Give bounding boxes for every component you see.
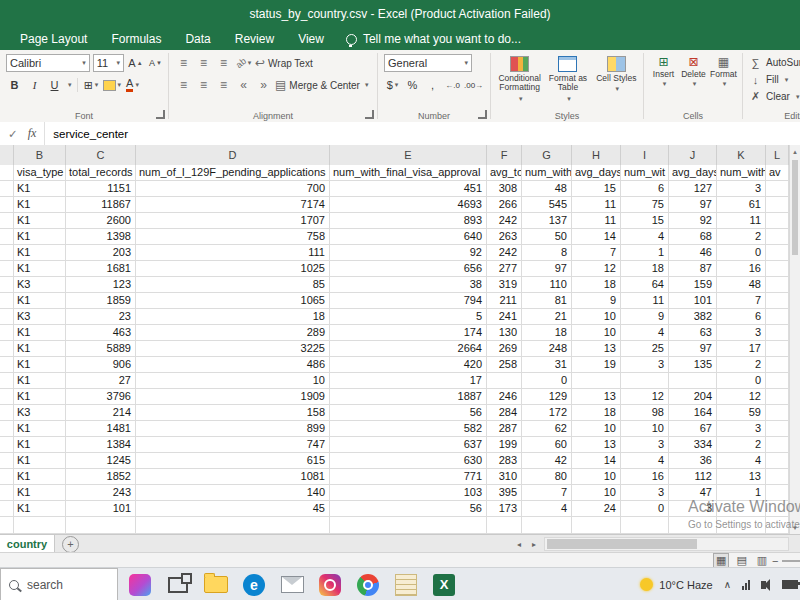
- tray-chevron-up-icon[interactable]: ∧: [724, 579, 731, 590]
- cell[interactable]: [136, 517, 330, 534]
- cell[interactable]: [766, 389, 789, 405]
- cell[interactable]: 17: [330, 373, 487, 389]
- cell[interactable]: 4693: [330, 197, 487, 213]
- cell[interactable]: 204: [669, 389, 717, 405]
- autosum-button[interactable]: ∑ AutoSum ▾: [749, 54, 800, 71]
- cell[interactable]: K1: [14, 197, 66, 213]
- cell[interactable]: 246: [487, 389, 522, 405]
- cell[interactable]: num_with: [717, 165, 766, 181]
- ribbon-tab-review[interactable]: Review: [223, 28, 286, 50]
- percent-style-button[interactable]: %: [404, 76, 421, 94]
- format-as-table-button[interactable]: Format as Table ▾: [545, 54, 590, 102]
- cell[interactable]: visa_type: [14, 165, 66, 181]
- insert-function-icon[interactable]: fx: [28, 126, 37, 141]
- cell[interactable]: 18: [621, 261, 669, 277]
- cell[interactable]: [766, 229, 789, 245]
- cell[interactable]: 59: [717, 405, 766, 421]
- cell[interactable]: [0, 517, 14, 534]
- zoom-slider[interactable]: [782, 560, 800, 562]
- cell[interactable]: 4: [717, 453, 766, 469]
- cell[interactable]: 269: [487, 341, 522, 357]
- cell[interactable]: 10: [136, 373, 330, 389]
- network-icon[interactable]: [742, 579, 750, 590]
- cell[interactable]: 4: [621, 229, 669, 245]
- cell[interactable]: 0: [717, 373, 766, 389]
- instagram-icon[interactable]: [318, 573, 342, 597]
- cell[interactable]: 10: [572, 485, 621, 501]
- cell[interactable]: 18: [136, 309, 330, 325]
- cell[interactable]: total_records: [66, 165, 136, 181]
- cell[interactable]: 48: [522, 181, 572, 197]
- align-right-button[interactable]: ≡: [215, 76, 232, 94]
- cell[interactable]: 98: [621, 405, 669, 421]
- cell[interactable]: [0, 469, 14, 485]
- cell[interactable]: 11: [572, 197, 621, 213]
- cell[interactable]: 56: [330, 405, 487, 421]
- insert-cells-button[interactable]: ⊞ Insert ▾: [650, 54, 677, 88]
- cell[interactable]: [66, 517, 136, 534]
- cell[interactable]: [766, 325, 789, 341]
- cell[interactable]: 15: [572, 181, 621, 197]
- column-header-E[interactable]: E: [330, 145, 487, 165]
- cell[interactable]: [766, 469, 789, 485]
- chevron-down-icon[interactable]: ▾: [68, 81, 72, 89]
- wrap-text-button[interactable]: ↩ Wrap Text: [255, 56, 313, 70]
- cell[interactable]: [0, 261, 14, 277]
- cell[interactable]: 3: [621, 357, 669, 373]
- column-header-L[interactable]: L: [766, 145, 789, 165]
- cell[interactable]: K1: [14, 421, 66, 437]
- taskbar-photos-icon[interactable]: [128, 573, 152, 597]
- cell[interactable]: 771: [330, 469, 487, 485]
- cell[interactable]: 11: [572, 213, 621, 229]
- cell[interactable]: 25: [621, 341, 669, 357]
- cell[interactable]: [487, 517, 522, 534]
- taskbar-search-input[interactable]: search: [0, 568, 118, 600]
- cell[interactable]: 159: [669, 277, 717, 293]
- cell[interactable]: 2664: [330, 341, 487, 357]
- cell[interactable]: K1: [14, 501, 66, 517]
- cell[interactable]: [0, 485, 14, 501]
- mail-icon[interactable]: [280, 573, 304, 597]
- cell[interactable]: [0, 389, 14, 405]
- new-sheet-button[interactable]: +: [62, 536, 79, 553]
- cell[interactable]: 0: [621, 501, 669, 517]
- cell[interactable]: 127: [669, 181, 717, 197]
- cell[interactable]: 11: [621, 293, 669, 309]
- horizontal-scrollbar[interactable]: [544, 537, 789, 551]
- column-header-C[interactable]: C: [66, 145, 136, 165]
- cell[interactable]: 12: [717, 389, 766, 405]
- cell[interactable]: 0: [522, 373, 572, 389]
- fill-color-button[interactable]: ▾: [103, 76, 122, 94]
- column-header-D[interactable]: D: [136, 145, 330, 165]
- borders-button[interactable]: ⊞▾: [83, 76, 100, 94]
- cell[interactable]: 24: [572, 501, 621, 517]
- cell[interactable]: 1707: [136, 213, 330, 229]
- cell[interactable]: 81: [522, 293, 572, 309]
- conditional-formatting-button[interactable]: Conditional Formatting ▾: [497, 54, 542, 102]
- cell[interactable]: avg_days: [669, 165, 717, 181]
- cell[interactable]: 284: [487, 405, 522, 421]
- zoom-out-button[interactable]: −: [772, 555, 778, 567]
- cell[interactable]: 19: [572, 357, 621, 373]
- cell[interactable]: [669, 517, 717, 534]
- font-dialog-launcher[interactable]: [156, 110, 165, 119]
- cell[interactable]: [572, 373, 621, 389]
- cell[interactable]: 17: [717, 341, 766, 357]
- underline-button[interactable]: U: [46, 76, 63, 94]
- cell[interactable]: 64: [621, 277, 669, 293]
- cell[interactable]: 12: [621, 389, 669, 405]
- cell[interactable]: 11: [717, 213, 766, 229]
- cell[interactable]: 140: [136, 485, 330, 501]
- comma-style-button[interactable]: ,: [424, 76, 441, 94]
- cell[interactable]: 1: [621, 245, 669, 261]
- cell[interactable]: 283: [487, 453, 522, 469]
- cell[interactable]: [766, 357, 789, 373]
- cell[interactable]: K1: [14, 293, 66, 309]
- cell[interactable]: 8: [522, 245, 572, 261]
- cell[interactable]: 214: [66, 405, 136, 421]
- cell[interactable]: [522, 517, 572, 534]
- cell[interactable]: 12: [572, 261, 621, 277]
- cell[interactable]: 906: [66, 357, 136, 373]
- increase-font-size-button[interactable]: A▲: [127, 54, 144, 72]
- cell[interactable]: K3: [14, 309, 66, 325]
